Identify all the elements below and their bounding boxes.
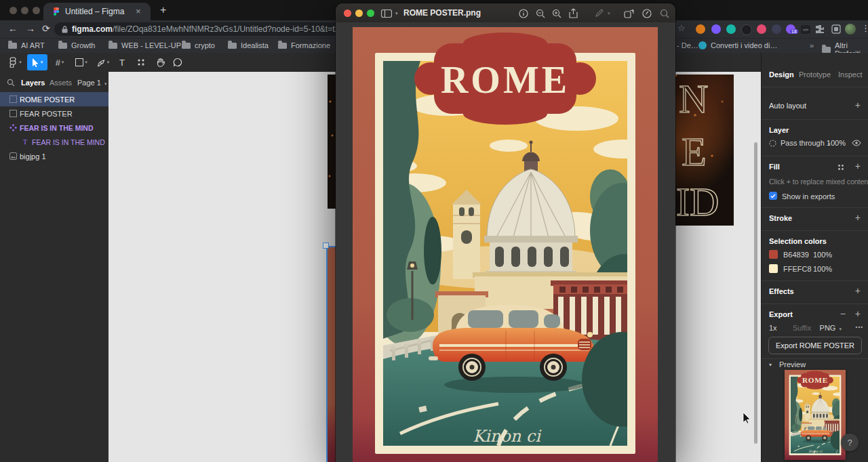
color-hex-red[interactable]: B64839: [783, 251, 809, 259]
bookmark-crypto[interactable]: crypto: [182, 41, 215, 49]
purple-extension-icon[interactable]: [711, 24, 721, 34]
color-hex-cream[interactable]: FFEFC8: [783, 265, 812, 273]
search-icon[interactable]: [658, 7, 670, 19]
preview-window-titlebar[interactable]: ▾ ROME POSTER.png ▾: [336, 3, 675, 23]
zoom-out-icon[interactable]: [534, 7, 546, 19]
tab-design[interactable]: Design: [769, 70, 794, 79]
blend-mode-dropdown[interactable]: Pass through ▾: [781, 139, 830, 147]
circle-extension-icon[interactable]: [772, 24, 781, 34]
component-icon: [9, 124, 17, 131]
bookmark-cut[interactable]: - De…: [677, 41, 698, 49]
share-icon[interactable]: [568, 7, 579, 19]
move-tool-button[interactable]: ▾: [27, 54, 47, 70]
search-icon[interactable]: [7, 79, 15, 87]
export-button[interactable]: Export ROME POSTER: [768, 337, 862, 354]
profile-avatar[interactable]: [845, 24, 856, 35]
browser-menu-icon[interactable]: ⋮: [861, 23, 868, 33]
shape-tool-button[interactable]: ▾: [72, 54, 91, 70]
bookmark-formazione[interactable]: Formazione: [278, 41, 330, 49]
bookmarks-overflow-icon[interactable]: »: [810, 41, 814, 49]
markup-chevron-icon[interactable]: ▾: [608, 11, 610, 16]
info-icon[interactable]: [517, 7, 529, 19]
color-opacity-cream[interactable]: 100%: [813, 265, 832, 273]
forward-icon[interactable]: →: [26, 23, 35, 34]
pen-tool-button[interactable]: ▾: [94, 54, 113, 70]
new-tab-button[interactable]: +: [160, 4, 166, 16]
layer-row-rome-poster[interactable]: ROME POSTER: [0, 92, 108, 106]
fear-poster-left-sliver[interactable]: [328, 75, 336, 209]
window-close-icon[interactable]: [344, 9, 351, 17]
bookmark-converti[interactable]: Converti i video di…: [698, 41, 777, 49]
bookmark-growth[interactable]: Growth: [58, 41, 95, 49]
browser-tab[interactable]: Untitled – Figma ×: [43, 3, 151, 20]
stroke-add-icon[interactable]: +: [855, 212, 861, 223]
chevron-down-icon: ▾: [85, 60, 87, 65]
fill-add-icon[interactable]: +: [855, 161, 861, 171]
bookmark-star-icon[interactable]: ☆: [677, 23, 686, 33]
export-format-dropdown[interactable]: PNG ▾: [820, 324, 842, 332]
browser-minimize-icon[interactable]: [21, 7, 28, 14]
layer-row-fear-poster[interactable]: FEAR POSTER: [0, 106, 108, 121]
metamask-extension-icon[interactable]: [696, 24, 705, 34]
sidebar-toggle-icon[interactable]: [380, 7, 392, 19]
extensions-puzzle-icon[interactable]: [815, 24, 825, 34]
zoom-in-icon[interactable]: [551, 7, 562, 19]
color-opacity-red[interactable]: 100%: [813, 251, 832, 259]
teal-extension-icon[interactable]: [726, 24, 736, 34]
browser-zoom-icon[interactable]: [33, 7, 40, 14]
bookmark-ai-art[interactable]: AI ART: [8, 41, 45, 49]
show-in-exports-checkbox[interactable]: [769, 192, 777, 200]
selection-colors-title: Selection colors: [769, 237, 827, 245]
page-selector[interactable]: Page 1 ▾: [77, 79, 106, 87]
export-scale-value[interactable]: 1x: [769, 324, 777, 332]
resources-tool-button[interactable]: [132, 54, 151, 70]
tab-inspect[interactable]: Inspect: [838, 70, 862, 79]
blend-mode-icon[interactable]: [769, 140, 776, 147]
main-menu-button[interactable]: ▾: [4, 54, 27, 70]
rotate-icon[interactable]: [623, 7, 635, 19]
help-button[interactable]: ?: [841, 434, 859, 451]
reload-icon[interactable]: ⟳: [42, 23, 50, 34]
badge-extension-icon[interactable]: 18: [786, 24, 795, 34]
color-swatch-red[interactable]: [769, 250, 778, 259]
effects-add-icon[interactable]: +: [855, 285, 861, 296]
back-icon[interactable]: ←: [8, 23, 18, 34]
export-add-icon[interactable]: +: [855, 308, 861, 319]
preview-collapse-icon[interactable]: ▾: [769, 362, 772, 368]
export-remove-icon[interactable]: −: [840, 308, 846, 319]
markup-toolbar-icon[interactable]: [641, 7, 652, 19]
bookmark-idealista[interactable]: Idealista: [228, 41, 269, 49]
key-extension-icon[interactable]: [757, 24, 766, 34]
window-minimize-icon[interactable]: [355, 9, 363, 17]
layer-row-text-fear[interactable]: T FEAR IS IN THE MIND: [0, 135, 108, 149]
styles-icon[interactable]: [837, 164, 844, 171]
comment-tool-button[interactable]: [168, 54, 187, 70]
bookmark-web-level-up[interactable]: WEB - LEVEL-UP: [108, 41, 181, 49]
window-zoom-icon[interactable]: [367, 9, 374, 17]
auto-layout-add-icon[interactable]: +: [855, 100, 861, 110]
tab-close-icon[interactable]: ×: [136, 6, 141, 16]
fear-poster-canvas-object[interactable]: N E ID: [675, 75, 734, 226]
frame-tool-button[interactable]: #▾: [50, 54, 69, 70]
canvas-vertical-scrollbar[interactable]: [754, 142, 757, 444]
tab-layers[interactable]: Layers: [21, 79, 45, 87]
layer-opacity-value[interactable]: 100%: [827, 139, 846, 147]
hand-tool-button[interactable]: [151, 54, 170, 70]
layer-row-bigjpg[interactable]: bigjpg 1: [0, 149, 108, 163]
selection-handle[interactable]: [323, 243, 329, 249]
layer-row-component-fear[interactable]: FEAR IS IN THE MIND: [0, 121, 108, 135]
browser-close-icon[interactable]: [9, 7, 17, 14]
color-swatch-cream[interactable]: [769, 264, 778, 273]
tab-assets[interactable]: Assets: [50, 79, 72, 87]
tab-prototype[interactable]: Prototype: [799, 70, 831, 79]
text-tool-button[interactable]: T: [113, 54, 132, 70]
export-suffix-placeholder[interactable]: Suffix: [793, 324, 811, 332]
chevron-down-icon[interactable]: ▾: [395, 11, 398, 16]
eye-visibility-icon[interactable]: [852, 140, 861, 146]
code-extension-icon[interactable]: </>: [801, 25, 810, 34]
dark-extension-icon[interactable]: [741, 24, 752, 35]
export-more-icon[interactable]: •••: [856, 324, 863, 330]
markup-pencil-icon[interactable]: [593, 7, 605, 19]
fear-poster-letter: N: [679, 79, 708, 119]
tab-groups-icon[interactable]: [831, 24, 841, 34]
